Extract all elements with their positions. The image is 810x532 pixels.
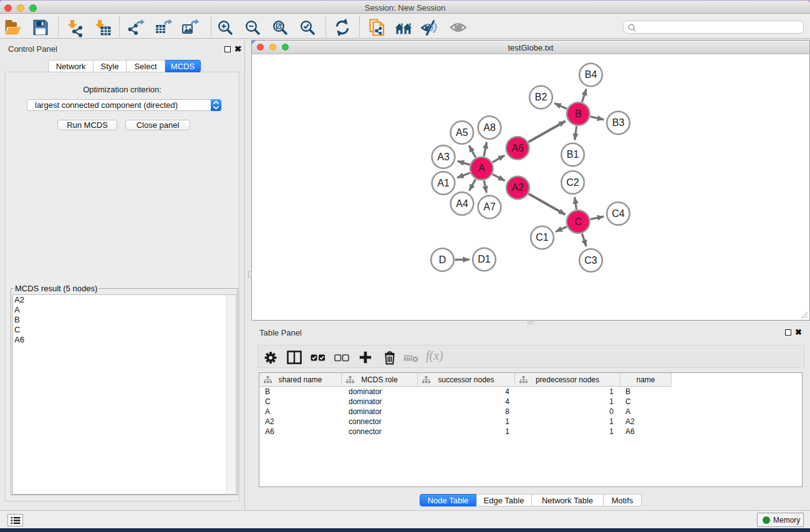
svg-text:A3: A3	[437, 152, 450, 162]
svg-text:A2: A2	[512, 182, 524, 193]
svg-text:A6: A6	[511, 143, 524, 153]
svg-text:D1: D1	[478, 254, 491, 264]
svg-text:A4: A4	[456, 198, 468, 209]
svg-text:C1: C1	[536, 232, 549, 243]
svg-text:A: A	[478, 163, 485, 173]
svg-text:C: C	[574, 216, 582, 227]
svg-text:A1: A1	[437, 178, 450, 188]
svg-text:B: B	[575, 109, 582, 119]
svg-text:A8: A8	[483, 122, 496, 133]
svg-text:C2: C2	[566, 177, 579, 188]
svg-text:D: D	[439, 254, 446, 265]
svg-text:C3: C3	[584, 255, 597, 266]
svg-text:C4: C4	[612, 208, 625, 219]
svg-text:B1: B1	[567, 149, 579, 160]
svg-text:A7: A7	[483, 201, 496, 212]
svg-text:B2: B2	[535, 92, 547, 102]
svg-text:A5: A5	[456, 127, 468, 138]
svg-text:B3: B3	[612, 117, 625, 128]
svg-text:B4: B4	[585, 69, 597, 80]
